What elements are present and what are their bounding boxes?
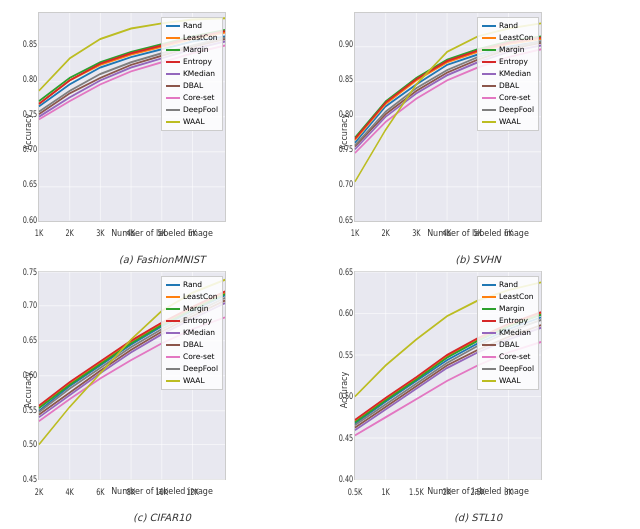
svg-text:2K: 2K (443, 487, 452, 497)
svg-text:1K: 1K (381, 487, 390, 497)
svg-text:0.55: 0.55 (23, 405, 37, 415)
svg-text:0.40: 0.40 (339, 474, 353, 484)
svg-text:2K: 2K (35, 487, 44, 497)
svg-text:4K: 4K (443, 228, 452, 238)
chart-area-d: 0.40 0.45 0.50 0.55 0.60 0.65 0.5K 1K 1.… (354, 271, 542, 481)
svg-text:0.50: 0.50 (23, 439, 37, 449)
svg-text:2K: 2K (65, 228, 74, 238)
svg-text:5K: 5K (158, 228, 167, 238)
svg-text:2.5K: 2.5K (470, 487, 485, 497)
legend-d: Rand LeastCon Margin Entropy KMedian DBA… (477, 276, 539, 390)
svg-text:4K: 4K (65, 487, 74, 497)
svg-text:0.45: 0.45 (23, 474, 37, 484)
svg-text:0.75: 0.75 (339, 144, 353, 154)
chart-area-a: 0.60 0.65 0.70 0.75 0.80 0.85 1K 2K 3K 4… (38, 12, 226, 222)
svg-text:0.75: 0.75 (23, 266, 37, 276)
svg-text:6K: 6K (504, 228, 513, 238)
svg-text:0.5K: 0.5K (348, 487, 363, 497)
svg-text:0.80: 0.80 (23, 74, 37, 84)
svg-text:4K: 4K (127, 228, 136, 238)
svg-text:8K: 8K (127, 487, 136, 497)
legend-c: Rand LeastCon Margin Entropy KMedian DBA… (161, 276, 223, 390)
chart-area-c: 0.45 0.50 0.55 0.60 0.65 0.70 0.75 2K 4K… (38, 271, 226, 481)
svg-text:0.55: 0.55 (339, 349, 353, 359)
svg-text:0.60: 0.60 (23, 370, 37, 380)
svg-text:0.50: 0.50 (339, 391, 353, 401)
svg-text:0.70: 0.70 (339, 179, 353, 189)
svg-text:0.45: 0.45 (339, 432, 353, 442)
figure-container: Accuracy Number of labeled image (0, 0, 640, 529)
caption-a: (a) FashionMNIST (119, 254, 205, 265)
svg-text:0.80: 0.80 (339, 109, 353, 119)
svg-text:0.60: 0.60 (339, 308, 353, 318)
svg-text:0.65: 0.65 (339, 266, 353, 276)
svg-text:0.65: 0.65 (23, 179, 37, 189)
svg-text:1.5K: 1.5K (409, 487, 424, 497)
svg-text:3K: 3K (96, 228, 105, 238)
caption-c: (c) CIFAR10 (133, 512, 191, 523)
svg-text:0.65: 0.65 (23, 335, 37, 345)
svg-text:0.75: 0.75 (23, 109, 37, 119)
svg-text:3K: 3K (504, 487, 513, 497)
svg-text:2K: 2K (381, 228, 390, 238)
subplot-svhn: Accuracy Number of labeled image (320, 8, 636, 267)
svg-text:6K: 6K (188, 228, 197, 238)
subplot-inner-c: Accuracy Number of labeled image (8, 271, 316, 511)
svg-text:1K: 1K (351, 228, 360, 238)
svg-text:12K: 12K (186, 487, 199, 497)
subplot-cifar10: Accuracy Number of labeled image (4, 267, 320, 526)
svg-text:10K: 10K (156, 487, 169, 497)
caption-b: (b) SVHN (455, 254, 501, 265)
svg-text:6K: 6K (96, 487, 105, 497)
chart-area-b: 0.65 0.70 0.75 0.80 0.85 0.90 1K 2K 3K 4… (354, 12, 542, 222)
subplot-stl10: Accuracy Number of labeled image (320, 267, 636, 526)
svg-text:0.70: 0.70 (23, 144, 37, 154)
subplot-inner-d: Accuracy Number of labeled image (324, 271, 632, 511)
svg-text:1K: 1K (35, 228, 44, 238)
svg-text:5K: 5K (474, 228, 483, 238)
subplot-inner-a: Accuracy Number of labeled image (8, 12, 316, 252)
svg-text:0.65: 0.65 (339, 215, 353, 225)
subplot-inner-b: Accuracy Number of labeled image (324, 12, 632, 252)
legend-b: Rand LeastCon Margin Entropy KMedian DBA… (477, 17, 539, 131)
svg-text:0.70: 0.70 (23, 300, 37, 310)
legend-a: Rand LeastCon Margin Entropy KMedian DBA… (161, 17, 223, 131)
svg-text:0.90: 0.90 (339, 39, 353, 49)
svg-text:0.60: 0.60 (23, 215, 37, 225)
svg-text:0.85: 0.85 (23, 39, 37, 49)
svg-text:3K: 3K (412, 228, 421, 238)
subplot-fashion-mnist: Accuracy Number of labeled image (4, 8, 320, 267)
svg-text:0.85: 0.85 (339, 74, 353, 84)
caption-d: (d) STL10 (454, 512, 502, 523)
